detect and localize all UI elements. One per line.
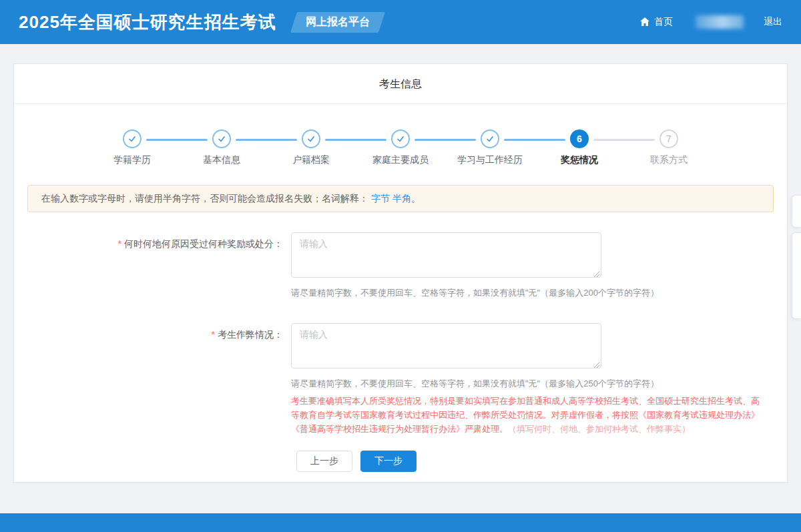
reward-punishment-form: *何时何地何原因受过何种奖励或处分： 请尽量精简字数，不要使用回车、空格等字符，… — [14, 232, 787, 472]
step-huji-dangan[interactable]: 户籍档案 — [266, 129, 356, 166]
form-row-reward: *何时何地何原因受过何种奖励或处分： 请尽量精简字数，不要使用回车、空格等字符，… — [14, 232, 787, 299]
check-icon — [217, 134, 226, 144]
step-circle-done — [302, 129, 320, 148]
check-icon — [396, 134, 405, 144]
page-title: 考生信息 — [14, 64, 787, 104]
step-jiben-xinxi[interactable]: 基本信息 — [177, 129, 266, 166]
step-label: 基本信息 — [203, 154, 240, 166]
logout-button[interactable]: 退出 — [764, 16, 782, 28]
required-asterisk: * — [212, 329, 215, 340]
step-jiangcheng-qingkuang[interactable]: 6 奖惩情况 — [535, 129, 624, 166]
next-step-button[interactable]: 下一步 — [360, 451, 417, 472]
cheating-warning-text: 考生要准确填写本人所受奖惩情况，特别是要如实填写在参加普通和成人高等学校招生考试… — [291, 394, 766, 436]
form-row-cheating: *考生作弊情况： 请尽量精简字数，不要使用回车、空格等字符，如果没有就填"无"（… — [14, 323, 787, 436]
step-label: 联系方式 — [650, 154, 688, 166]
step-label: 户籍档案 — [292, 154, 330, 166]
check-icon — [306, 134, 316, 144]
user-name-blurred[interactable] — [696, 15, 744, 29]
step-circle-done — [391, 129, 410, 148]
form-buttons: 上一步 下一步 — [14, 451, 787, 472]
required-asterisk: * — [118, 238, 121, 249]
nav-home-label: 首页 — [654, 16, 673, 28]
step-jiating-chengyuan[interactable]: 家庭主要成员 — [356, 129, 445, 166]
link-halfwidth[interactable]: 半角 — [392, 193, 411, 205]
check-icon — [127, 134, 137, 144]
nav-home[interactable]: 首页 — [639, 16, 673, 28]
step-circle-done — [481, 129, 499, 148]
app-header: 2025年全国硕士研究生招生考试 网上报名平台 首页 退出 — [0, 0, 801, 44]
reward-helper-text: 请尽量精简字数，不要使用回车、空格等字符，如果没有就填"无"（最多输入200个字… — [291, 286, 766, 299]
step-label: 家庭主要成员 — [372, 154, 429, 166]
halfwidth-notice: 在输入数字或字母时，请使用半角字符，否则可能会造成报名失败；名词解释： 字节 半… — [27, 185, 774, 212]
step-circle-active: 6 — [570, 129, 589, 148]
field-label: *考生作弊情况： — [14, 323, 291, 436]
step-xuexi-gongzuo[interactable]: 学习与工作经历 — [445, 129, 535, 166]
check-icon — [485, 134, 495, 144]
step-circle-done — [212, 129, 231, 148]
reward-textarea[interactable] — [291, 232, 601, 278]
floating-side-widget-bottom[interactable] — [792, 232, 801, 319]
step-label: 学习与工作经历 — [457, 154, 523, 166]
cheating-field-label: 考生作弊情况： — [218, 329, 283, 340]
footer-bar — [0, 513, 801, 532]
cheating-helper-text: 请尽量精简字数，不要使用回车、空格等字符，如果没有就填"无"（最多输入250个字… — [291, 377, 766, 390]
stepper: 学籍学历 基本信息 户籍档案 家庭主要成员 学习与工作经历 — [14, 129, 787, 166]
step-label: 学籍学历 — [113, 154, 151, 166]
field-control: 请尽量精简字数，不要使用回车、空格等字符，如果没有就填"无"（最多输入250个字… — [291, 323, 766, 436]
header-nav: 首页 退出 — [639, 15, 782, 29]
step-circle-upcoming: 7 — [659, 129, 678, 148]
textarea-wrapper — [291, 323, 601, 371]
step-circle-done — [123, 129, 142, 148]
platform-badge: 网上报名平台 — [290, 12, 385, 33]
field-control: 请尽量精简字数，不要使用回车、空格等字符，如果没有就填"无"（最多输入200个字… — [291, 232, 766, 299]
floating-side-widget-top[interactable] — [792, 195, 801, 228]
field-label: *何时何地何原因受过何种奖励或处分： — [14, 232, 291, 299]
prev-step-button[interactable]: 上一步 — [296, 451, 352, 472]
notice-suffix: 。 — [411, 193, 421, 205]
notice-text: 在输入数字或字母时，请使用半角字符，否则可能会造成报名失败；名词解释： — [41, 193, 368, 205]
link-byte[interactable]: 字节 — [371, 193, 390, 205]
step-number: 6 — [577, 134, 582, 144]
platform-badge-label: 网上报名平台 — [306, 15, 370, 29]
step-label: 奖惩情况 — [561, 154, 598, 166]
step-xueji-xueli[interactable]: 学籍学历 — [87, 129, 177, 166]
textarea-wrapper — [291, 232, 601, 280]
warning-note: （填写何时、何地、参加何种考试、作弊事实） — [508, 424, 690, 434]
step-lianxi-fangshi[interactable]: 7 联系方式 — [624, 129, 714, 166]
step-number: 7 — [666, 134, 672, 144]
reward-field-label: 何时何地何原因受过何种奖励或处分： — [124, 238, 283, 249]
candidate-info-card: 考生信息 学籍学历 基本信息 户籍档案 家庭主要成员 — [13, 63, 788, 483]
home-icon — [639, 17, 650, 27]
app-title: 2025年全国硕士研究生招生考试 — [19, 11, 276, 34]
cheating-textarea[interactable] — [291, 323, 601, 368]
